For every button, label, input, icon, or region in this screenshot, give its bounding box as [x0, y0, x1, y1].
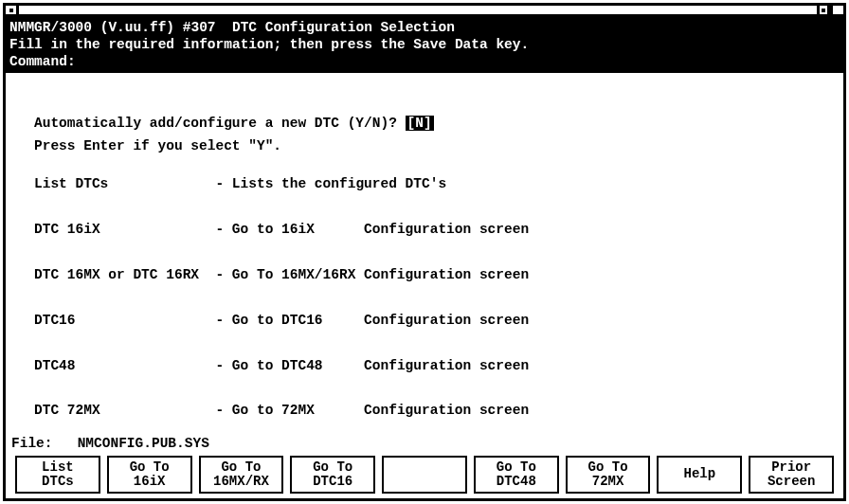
- fkey-goto-dtc16[interactable]: Go ToDTC16: [290, 456, 375, 494]
- window-titlebar: [6, 6, 843, 17]
- screen-header: NMMGR/3000 (V.uu.ff) #307 DTC Configurat…: [6, 17, 843, 73]
- fkey-list-dtcs[interactable]: ListDTCs: [15, 456, 100, 494]
- file-label: File:: [11, 436, 53, 451]
- option-desc: - Go to DTC48 Configuration screen: [215, 358, 529, 373]
- window-frame: NMMGR/3000 (V.uu.ff) #307 DTC Configurat…: [3, 3, 846, 501]
- minimize-icon[interactable]: [817, 6, 830, 14]
- option-desc: - Lists the configured DTC's: [215, 176, 446, 191]
- option-desc: - Go to 72MX Configuration screen: [215, 403, 529, 418]
- option-name: DTC48: [34, 358, 76, 373]
- option-name: DTC 72MX: [34, 403, 100, 418]
- option-desc: - Go to DTC16 Configuration screen: [215, 313, 529, 328]
- command-input[interactable]: [76, 54, 84, 69]
- option-name: DTC 16iX: [34, 222, 100, 237]
- header-line1: NMMGR/3000 (V.uu.ff) #307 DTC Configurat…: [9, 20, 455, 35]
- command-label: Command:: [9, 54, 76, 69]
- file-value: NMCONFIG.PUB.SYS: [78, 436, 209, 451]
- fkey-goto-72mx[interactable]: Go To72MX: [566, 456, 651, 494]
- fkey-help[interactable]: Help: [657, 456, 742, 494]
- fkey-prior-screen[interactable]: PriorScreen: [749, 456, 834, 494]
- option-name: List DTCs: [34, 176, 108, 191]
- terminal-area: NMMGR/3000 (V.uu.ff) #307 DTC Configurat…: [6, 17, 843, 498]
- option-name: DTC 16MX or DTC 16RX: [34, 267, 199, 282]
- maximize-icon[interactable]: [830, 6, 843, 14]
- option-list: List DTCs - Lists the configured DTC's D…: [34, 173, 815, 423]
- file-row: File: NMCONFIG.PUB.SYS: [11, 436, 209, 451]
- auto-add-question: Automatically add/configure a new DTC (Y…: [34, 116, 406, 131]
- option-desc: - Go To 16MX/16RX Configuration screen: [215, 267, 529, 282]
- fkey-blank: [382, 456, 467, 494]
- header-line2: Fill in the required information; then p…: [9, 37, 529, 52]
- fkey-goto-dtc48[interactable]: Go ToDTC48: [474, 456, 559, 494]
- option-desc: - Go to 16iX Configuration screen: [215, 222, 529, 237]
- auto-add-hint: Press Enter if you select "Y".: [34, 138, 281, 153]
- screen-body: Automatically add/configure a new DTC (Y…: [6, 73, 843, 423]
- fkey-goto-16ix[interactable]: Go To16iX: [107, 456, 192, 494]
- function-key-row: ListDTCs Go To16iX Go To16MX/RX Go ToDTC…: [15, 456, 834, 494]
- option-name: DTC16: [34, 313, 76, 328]
- fkey-goto-16mxrx[interactable]: Go To16MX/RX: [199, 456, 284, 494]
- system-menu-icon[interactable]: [6, 6, 19, 14]
- auto-add-field[interactable]: [N]: [406, 116, 434, 131]
